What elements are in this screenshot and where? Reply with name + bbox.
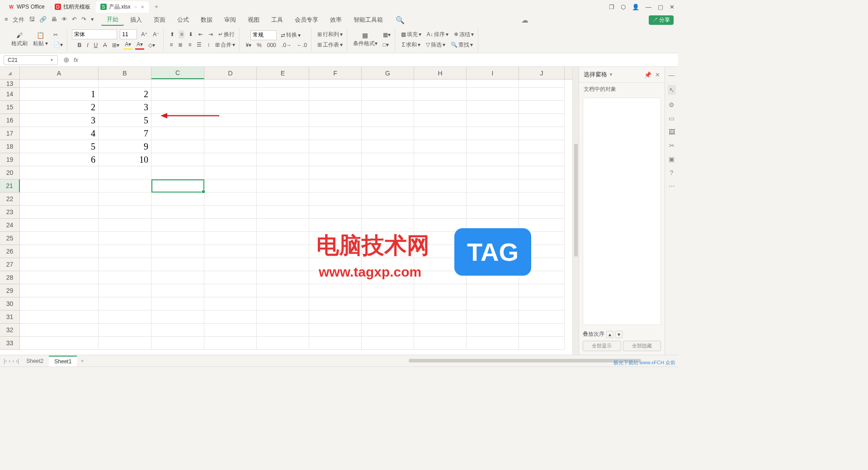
cell-E30[interactable] <box>257 297 309 310</box>
cell-B13[interactable] <box>99 80 151 88</box>
hide-all-button[interactable]: 全部隐藏 <box>623 341 661 351</box>
cell-H28[interactable] <box>414 271 467 284</box>
cond-format-button[interactable]: ▦ 条件格式▾ <box>352 31 379 48</box>
cell-D13[interactable] <box>204 80 257 88</box>
cell-D31[interactable] <box>204 310 257 324</box>
cell-C18[interactable] <box>151 140 204 153</box>
cell-J21[interactable] <box>519 179 565 193</box>
cell-C28[interactable] <box>151 271 204 284</box>
bold-icon[interactable]: B <box>76 41 83 49</box>
cell-G26[interactable] <box>362 245 414 258</box>
column-header-E[interactable]: E <box>257 67 309 79</box>
cell-D22[interactable] <box>204 193 257 206</box>
cell-F29[interactable] <box>309 284 362 297</box>
grid-body[interactable]: 1314121523163517471859196102021222324252… <box>0 80 572 355</box>
convert-button[interactable]: ⇄ 转换 ▾ <box>279 30 302 40</box>
cell-D14[interactable] <box>204 88 257 101</box>
cell-I18[interactable] <box>467 140 519 153</box>
merge-button[interactable]: ⊞ 合并 ▾ <box>214 40 236 50</box>
cell-I23[interactable] <box>467 206 519 219</box>
row-header-24[interactable]: 24 <box>0 219 20 232</box>
cell-F24[interactable] <box>309 219 362 232</box>
undo-icon[interactable]: ↶ <box>72 16 77 24</box>
cell-C23[interactable] <box>151 206 204 219</box>
settings-icon[interactable]: ⚙ <box>669 101 675 108</box>
cell-H14[interactable] <box>414 88 467 101</box>
cell-A18[interactable]: 5 <box>20 140 99 153</box>
cell-D15[interactable] <box>204 101 257 114</box>
chevron-down-icon[interactable]: ▼ <box>609 72 613 77</box>
font-name-select[interactable] <box>72 29 117 39</box>
cell-J26[interactable] <box>519 245 565 258</box>
cell-J20[interactable] <box>519 166 565 179</box>
eraser-icon[interactable]: ◇▾ <box>147 41 156 49</box>
cell-H18[interactable] <box>414 140 467 153</box>
sort-button[interactable]: A↓ 排序 ▾ <box>425 30 450 39</box>
copy-icon[interactable]: 📄▾ <box>52 41 64 49</box>
cell-C15[interactable] <box>151 101 204 114</box>
percent-icon[interactable]: % <box>255 41 263 49</box>
cell-D19[interactable] <box>204 153 257 166</box>
tab-template[interactable]: D 找稻壳模板 <box>50 1 95 13</box>
cell-G27[interactable] <box>362 258 414 271</box>
menu-view[interactable]: 视图 <box>242 14 265 25</box>
cell-B21[interactable] <box>99 179 151 193</box>
cell-G21[interactable] <box>362 179 414 193</box>
cell-H26[interactable] <box>414 245 467 258</box>
cell-A22[interactable] <box>20 193 99 206</box>
menu-efficiency[interactable]: 效率 <box>325 14 347 25</box>
select-all-corner[interactable]: ◢ <box>0 67 20 79</box>
align-center-icon[interactable]: ≣ <box>177 41 184 49</box>
cell-D33[interactable] <box>204 337 257 350</box>
menu-data[interactable]: 数据 <box>195 14 218 25</box>
more-icon[interactable]: ⋯ <box>669 183 675 190</box>
row-header-25[interactable]: 25 <box>0 232 20 245</box>
cell-A25[interactable] <box>20 232 99 245</box>
cell-C16[interactable] <box>151 114 204 127</box>
last-sheet-icon[interactable]: ›| <box>16 358 19 364</box>
comma-icon[interactable]: 000 <box>266 41 278 49</box>
cell-I25[interactable] <box>467 232 519 245</box>
cell-H23[interactable] <box>414 206 467 219</box>
find-button[interactable]: 🔍 查找 ▾ <box>449 40 474 50</box>
cell-H19[interactable] <box>414 153 467 166</box>
menu-member[interactable]: 会员专享 <box>289 14 324 25</box>
cell-J31[interactable] <box>519 310 565 324</box>
link-icon[interactable]: 🔗 <box>39 16 47 24</box>
sheet-tab-sheet2[interactable]: Sheet2 <box>21 356 49 366</box>
cell-H24[interactable] <box>414 219 467 232</box>
cell-D32[interactable] <box>204 324 257 337</box>
column-header-J[interactable]: J <box>519 67 565 79</box>
cell-H21[interactable] <box>414 179 467 193</box>
cell-C19[interactable] <box>151 153 204 166</box>
cloud-icon[interactable]: ☁ <box>521 16 528 24</box>
cell-A23[interactable] <box>20 206 99 219</box>
cell-D26[interactable] <box>204 245 257 258</box>
cell-B30[interactable] <box>99 297 151 310</box>
table-style-icon[interactable]: ▦▾ <box>382 31 392 39</box>
cell-I16[interactable] <box>467 114 519 127</box>
cell-E25[interactable] <box>257 232 309 245</box>
cell-E33[interactable] <box>257 337 309 350</box>
cell-J15[interactable] <box>519 101 565 114</box>
cell-C20[interactable] <box>151 166 204 179</box>
app-icon[interactable]: ❐ <box>609 4 614 10</box>
cell-G25[interactable] <box>362 232 414 245</box>
cell-C13[interactable] <box>151 80 204 88</box>
cell-G24[interactable] <box>362 219 414 232</box>
cell-G32[interactable] <box>362 324 414 337</box>
cell-F14[interactable] <box>309 88 362 101</box>
currency-icon[interactable]: ¥▾ <box>244 41 253 49</box>
close-icon[interactable]: ✕ <box>141 5 144 9</box>
cell-D20[interactable] <box>204 166 257 179</box>
row-header-33[interactable]: 33 <box>0 337 20 350</box>
formula-input[interactable] <box>81 55 678 65</box>
move-up-button[interactable]: ▴ <box>606 331 613 338</box>
cell-E31[interactable] <box>257 310 309 324</box>
cell-A17[interactable]: 4 <box>20 127 99 140</box>
help-icon[interactable]: ? <box>670 169 674 176</box>
cell-C27[interactable] <box>151 258 204 271</box>
dec-dec-icon[interactable]: ←.0 <box>296 41 308 49</box>
close-window-icon[interactable]: ✕ <box>670 4 675 10</box>
cell-B17[interactable]: 7 <box>99 127 151 140</box>
